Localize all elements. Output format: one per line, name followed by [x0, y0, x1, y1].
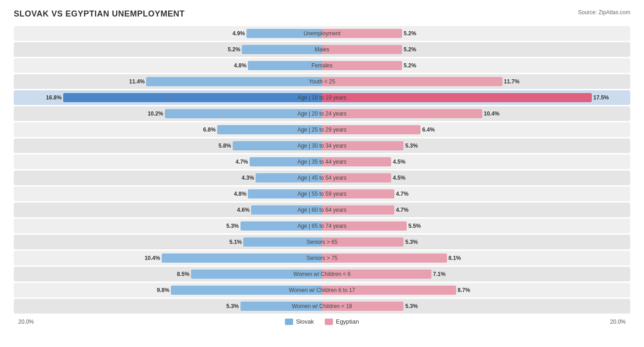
value-slovak: 10.4% — [145, 255, 160, 261]
bar-egyptian — [322, 302, 404, 311]
value-egyptian: 8.7% — [458, 287, 470, 293]
bar-egyptian — [322, 270, 431, 279]
table-row: 4.3%Age | 45 to 54 years4.5% — [14, 171, 630, 185]
value-slovak: 4.6% — [237, 207, 250, 213]
bar-slovak — [165, 109, 322, 118]
bar-slovak — [240, 302, 322, 311]
bar-egyptian — [322, 93, 592, 102]
bar-slovak — [248, 61, 322, 70]
bar-slovak — [146, 77, 322, 86]
table-row: 10.2%Age | 20 to 24 years10.4% — [14, 106, 630, 121]
value-slovak: 5.8% — [218, 143, 231, 149]
value-slovak: 11.4% — [129, 78, 145, 85]
table-row: 10.4%Seniors > 758.1% — [14, 251, 630, 265]
bar-egyptian — [322, 237, 404, 247]
value-egyptian: 17.5% — [593, 94, 609, 101]
table-row: 16.8%Age | 16 to 19 years17.5% — [14, 90, 630, 105]
value-egyptian: 4.7% — [396, 207, 409, 213]
bar-egyptian — [322, 157, 391, 166]
table-row: 8.5%Women w/ Children < 67.1% — [14, 267, 630, 281]
bar-slovak — [242, 45, 322, 54]
bar-egyptian — [322, 141, 404, 150]
legend-item-slovak: Slovak — [285, 318, 314, 325]
bar-egyptian — [322, 61, 402, 70]
value-egyptian: 10.4% — [484, 110, 499, 117]
legend-color-egyptian — [325, 319, 333, 325]
table-row: 9.8%Women w/ Children 6 to 178.7% — [14, 283, 630, 297]
value-egyptian: 7.1% — [433, 271, 445, 277]
value-egyptian: 5.2% — [404, 46, 416, 53]
table-row: 4.8%Age | 55 to 59 years4.7% — [14, 187, 630, 201]
value-slovak: 16.8% — [46, 94, 61, 101]
bar-slovak — [248, 189, 322, 198]
bar-egyptian — [322, 45, 402, 54]
chart-source: Source: ZipAtlas.com — [578, 9, 630, 16]
table-row: 11.4%Youth < 2511.7% — [14, 74, 630, 89]
value-slovak: 5.2% — [228, 46, 240, 53]
table-row: 5.3%Women w/ Children < 185.3% — [14, 299, 630, 314]
bar-slovak — [233, 141, 322, 150]
table-row: 5.8%Age | 30 to 34 years5.3% — [14, 138, 630, 153]
bar-egyptian — [322, 253, 447, 263]
table-row: 4.7%Age | 35 to 44 years4.5% — [14, 154, 630, 169]
table-row: 5.3%Age | 65 to 74 years5.5% — [14, 219, 630, 233]
bar-slovak — [251, 205, 322, 215]
bar-egyptian — [322, 189, 394, 198]
legend-label-slovak: Slovak — [296, 318, 314, 325]
table-row: 5.2%Males5.2% — [14, 42, 630, 57]
bar-egyptian — [322, 205, 394, 215]
value-slovak: 6.8% — [203, 127, 215, 133]
value-slovak: 4.8% — [234, 62, 246, 69]
value-egyptian: 4.7% — [396, 191, 409, 197]
value-egyptian: 6.4% — [422, 127, 435, 133]
bar-egyptian — [322, 125, 420, 134]
legend: Slovak Egyptian — [285, 318, 359, 325]
value-egyptian: 5.3% — [405, 143, 418, 149]
bar-slovak — [63, 93, 322, 102]
x-axis-label-left: 20.0% — [18, 319, 34, 325]
chart-footer: 20.0% Slovak Egyptian 20.0% — [14, 318, 630, 325]
value-slovak: 10.2% — [147, 110, 163, 117]
value-slovak: 5.3% — [226, 223, 239, 229]
chart-container: SLOVAK VS EGYPTIAN UNEMPLOYMENT Source: … — [0, 0, 644, 343]
bar-slovak — [240, 221, 322, 231]
value-egyptian: 5.5% — [408, 223, 420, 229]
x-axis-label-right: 20.0% — [610, 319, 626, 325]
bar-egyptian — [322, 173, 391, 182]
value-egyptian: 5.3% — [405, 239, 418, 245]
bar-slovak — [171, 286, 322, 295]
value-egyptian: 5.3% — [405, 303, 418, 309]
table-row: 4.8%Females5.2% — [14, 58, 630, 73]
bar-slovak — [243, 237, 322, 247]
bar-egyptian — [322, 221, 407, 231]
chart-rows-area: 4.9%Unemployment5.2%5.2%Males5.2%4.8%Fem… — [14, 26, 630, 314]
bar-slovak — [191, 270, 322, 279]
value-slovak: 4.3% — [242, 175, 254, 181]
table-row: 6.8%Age | 25 to 29 years6.4% — [14, 122, 630, 137]
chart-title: SLOVAK VS EGYPTIAN UNEMPLOYMENT — [14, 9, 185, 19]
value-egyptian: 4.5% — [393, 159, 405, 165]
value-slovak: 5.3% — [226, 303, 239, 309]
value-slovak: 4.9% — [232, 30, 245, 37]
bar-egyptian — [322, 77, 502, 86]
table-row: 5.1%Seniors > 655.3% — [14, 235, 630, 249]
legend-label-egyptian: Egyptian — [336, 318, 359, 325]
bar-egyptian — [322, 29, 402, 38]
legend-color-slovak — [285, 319, 293, 325]
bar-slovak — [250, 157, 322, 166]
value-slovak: 5.1% — [229, 239, 242, 245]
bar-slovak — [256, 173, 322, 182]
bar-egyptian — [322, 286, 456, 295]
legend-item-egyptian: Egyptian — [325, 318, 359, 325]
table-row: 4.6%Age | 60 to 64 years4.7% — [14, 203, 630, 217]
value-slovak: 4.8% — [234, 191, 246, 197]
value-slovak: 9.8% — [157, 287, 169, 293]
table-row: 4.9%Unemployment5.2% — [14, 26, 630, 41]
value-egyptian: 5.2% — [404, 62, 416, 69]
value-egyptian: 8.1% — [448, 255, 461, 261]
value-egyptian: 11.7% — [504, 78, 519, 85]
value-egyptian: 4.5% — [393, 175, 405, 181]
bar-slovak — [246, 29, 322, 38]
bar-slovak — [162, 253, 322, 263]
bar-egyptian — [322, 109, 482, 118]
